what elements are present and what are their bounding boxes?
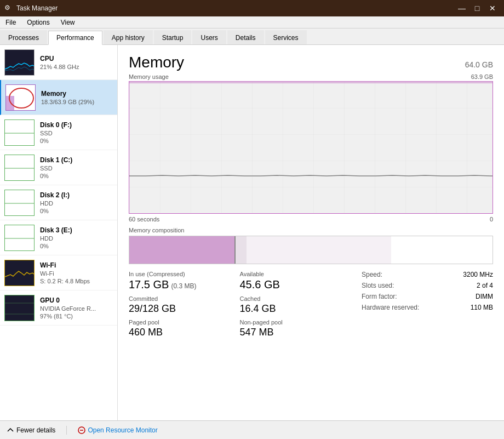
chart-area xyxy=(129,82,492,213)
sidebar-item-wifi[interactable]: Wi-Fi Wi-Fi S: 0.2 R: 4.8 Mbps xyxy=(0,255,117,290)
chart-max: 63.9 GB xyxy=(471,73,493,80)
resource-monitor-link[interactable]: Open Resource Monitor xyxy=(78,426,157,434)
composition-bar xyxy=(129,236,493,264)
sidebar-item-gpu0[interactable]: GPU 0 NVIDIA GeForce R... 97% (81 °C) xyxy=(0,290,117,326)
gpu0-sub2: 97% (81 °C) xyxy=(40,313,113,320)
sidebar: CPU 21% 4.88 GHz Memory 18.3/63.9 GB (29… xyxy=(0,45,118,420)
stat-paged-pool: Paged pool 460 MB xyxy=(129,319,240,338)
comp-modified xyxy=(236,236,247,264)
stat-in-use-label: In use (Compressed) xyxy=(129,271,234,277)
form-value: DIMM xyxy=(476,293,493,300)
stats-section: In use (Compressed) 17.5 GB (0.3 MB) Ava… xyxy=(129,271,493,343)
minimize-button[interactable]: — xyxy=(455,1,469,15)
disk1-title: Disk 1 (C:) xyxy=(40,156,113,164)
stat-in-use-value: 17.5 GB xyxy=(129,278,169,291)
memory-thumbnail xyxy=(5,84,36,111)
disk0-sub2: 0% xyxy=(40,138,113,144)
chevron-up-icon xyxy=(7,426,14,434)
disk3-title: Disk 3 (E:) xyxy=(40,226,113,234)
stat-in-use: In use (Compressed) 17.5 GB (0.3 MB) xyxy=(129,271,240,291)
detail-header: Memory 64.0 GB xyxy=(129,54,493,71)
sidebar-item-disk0[interactable]: Disk 0 (F:) SSD 0% xyxy=(0,115,117,150)
chart-label-row: Memory usage 63.9 GB xyxy=(129,73,493,80)
right-stat-slots: Slots used: 2 of 4 xyxy=(362,282,493,289)
comp-standby xyxy=(247,236,391,264)
title-bar: ⚙ Task Manager — □ ✕ xyxy=(0,0,504,16)
disk2-thumbnail xyxy=(4,190,35,216)
stat-available: Available 45.6 GB xyxy=(240,271,351,291)
stat-non-paged: Non-paged pool 547 MB xyxy=(240,319,351,338)
menu-options[interactable]: Options xyxy=(21,16,55,28)
chart-time-start: 60 seconds xyxy=(129,216,159,223)
tab-app-history[interactable]: App history xyxy=(104,30,153,44)
right-stats: Speed: 3200 MHz Slots used: 2 of 4 Form … xyxy=(351,271,493,343)
bottom-bar: Fewer details Open Resource Monitor xyxy=(0,420,504,439)
chart-time-end: 0 xyxy=(490,216,493,223)
stat-cached-label: Cached xyxy=(240,295,346,302)
stat-committed-value: 29/128 GB xyxy=(129,303,234,315)
memory-title: Memory xyxy=(41,90,113,98)
tab-processes[interactable]: Processes xyxy=(0,30,47,44)
disk1-thumbnail xyxy=(4,155,35,181)
close-button[interactable]: ✕ xyxy=(485,1,500,15)
app-icon: ⚙ xyxy=(4,4,13,13)
fewer-details-label: Fewer details xyxy=(16,426,55,434)
slots-value: 2 of 4 xyxy=(477,282,493,289)
comp-inuse xyxy=(129,236,234,264)
menu-view[interactable]: View xyxy=(55,16,81,28)
disk0-thumbnail xyxy=(4,119,35,146)
stat-cached-value: 16.4 GB xyxy=(240,303,346,315)
stat-non-paged-label: Non-paged pool xyxy=(240,319,346,326)
disk3-sub1: HDD xyxy=(40,235,113,242)
chart-time-row: 60 seconds 0 xyxy=(129,216,493,223)
maximize-button[interactable]: □ xyxy=(470,1,484,15)
tab-details[interactable]: Details xyxy=(227,30,264,44)
sidebar-item-disk1[interactable]: Disk 1 (C:) SSD 0% xyxy=(0,150,117,185)
hw-reserved-label: Hardware reserved: xyxy=(362,304,419,311)
sidebar-item-disk2[interactable]: Disk 2 (I:) HDD 0% xyxy=(0,185,117,220)
tab-users[interactable]: Users xyxy=(192,30,226,44)
gpu0-title: GPU 0 xyxy=(40,297,113,304)
menu-file[interactable]: File xyxy=(0,16,21,28)
cpu-sub: 21% 4.88 GHz xyxy=(40,64,113,70)
disk2-sub1: HDD xyxy=(40,200,113,207)
sidebar-item-memory[interactable]: Memory 18.3/63.9 GB (29%) xyxy=(0,80,117,115)
stat-paged-value: 460 MB xyxy=(129,327,234,338)
cpu-thumbnail xyxy=(4,49,35,76)
tab-services[interactable]: Services xyxy=(265,30,307,44)
stat-committed: Committed 29/128 GB xyxy=(129,295,240,315)
disk0-info: Disk 0 (F:) SSD 0% xyxy=(40,121,113,144)
composition-label: Memory composition xyxy=(129,227,493,233)
menu-bar: File Options View xyxy=(0,16,504,28)
memory-info: Memory 18.3/63.9 GB (29%) xyxy=(41,90,113,105)
comp-free xyxy=(391,236,492,264)
disk3-info: Disk 3 (E:) HDD 0% xyxy=(40,226,113,249)
form-label: Form factor: xyxy=(362,293,397,300)
svg-rect-8 xyxy=(129,82,492,213)
chart-svg xyxy=(129,82,492,213)
gpu0-sub1: NVIDIA GeForce R... xyxy=(40,305,113,312)
title-bar-text: Task Manager xyxy=(16,4,455,12)
resource-monitor-icon xyxy=(78,426,85,434)
gpu0-thumbnail xyxy=(4,295,35,321)
fewer-details-button[interactable]: Fewer details xyxy=(7,426,55,434)
disk1-sub1: SSD xyxy=(40,165,113,172)
wifi-sub1: Wi-Fi xyxy=(40,270,113,277)
stat-available-value: 45.6 GB xyxy=(240,278,346,291)
disk0-sub1: SSD xyxy=(40,130,113,136)
chart-label: Memory usage xyxy=(129,73,169,80)
disk2-info: Disk 2 (I:) HDD 0% xyxy=(40,191,113,214)
disk3-sub2: 0% xyxy=(40,243,113,249)
sidebar-item-cpu[interactable]: CPU 21% 4.88 GHz xyxy=(0,45,117,80)
right-stat-speed: Speed: 3200 MHz xyxy=(362,271,493,278)
resource-monitor-label: Open Resource Monitor xyxy=(88,426,157,434)
right-stat-hw-reserved: Hardware reserved: 110 MB xyxy=(362,304,493,311)
tab-startup[interactable]: Startup xyxy=(154,30,192,44)
disk2-sub2: 0% xyxy=(40,208,113,214)
tabs-bar: Processes Performance App history Startu… xyxy=(0,28,504,45)
disk0-title: Disk 0 (F:) xyxy=(40,121,113,129)
tab-performance[interactable]: Performance xyxy=(48,31,102,45)
sidebar-item-disk3[interactable]: Disk 3 (E:) HDD 0% xyxy=(0,220,117,255)
speed-value: 3200 MHz xyxy=(463,271,493,278)
right-stat-form: Form factor: DIMM xyxy=(362,293,493,300)
